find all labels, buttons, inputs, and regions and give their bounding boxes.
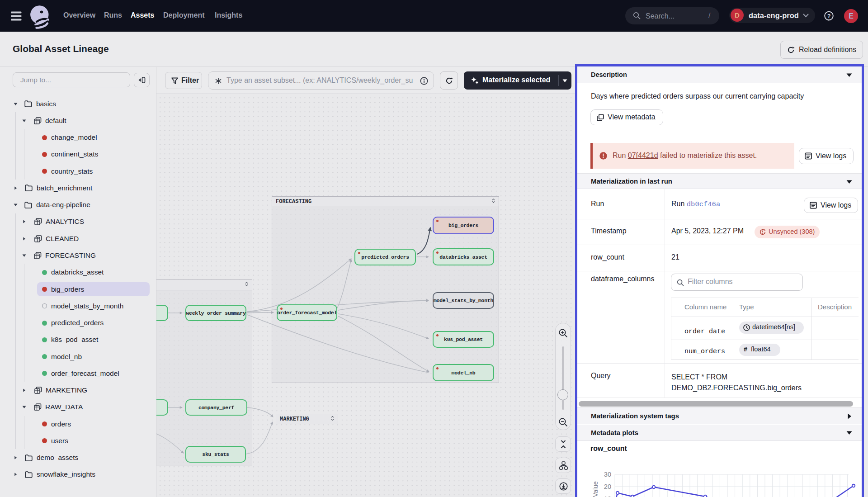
svg-text:?: ?: [827, 13, 831, 19]
svg-text:10: 10: [604, 495, 611, 497]
svg-text:20: 20: [604, 483, 611, 490]
svg-text:30: 30: [604, 471, 611, 478]
svg-text:Value: Value: [592, 481, 599, 497]
